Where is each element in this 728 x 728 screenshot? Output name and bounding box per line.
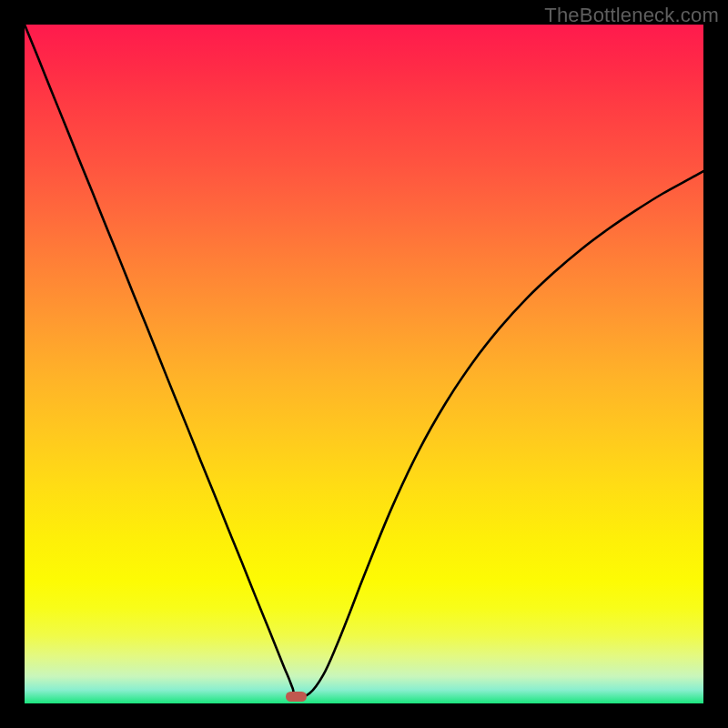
bottleneck-curve (25, 25, 703, 703)
optimum-marker (286, 692, 306, 701)
curve-path (25, 25, 703, 697)
plot-area (25, 25, 703, 703)
chart-frame: TheBottleneck.com (0, 0, 728, 728)
watermark-text: TheBottleneck.com (544, 4, 719, 27)
